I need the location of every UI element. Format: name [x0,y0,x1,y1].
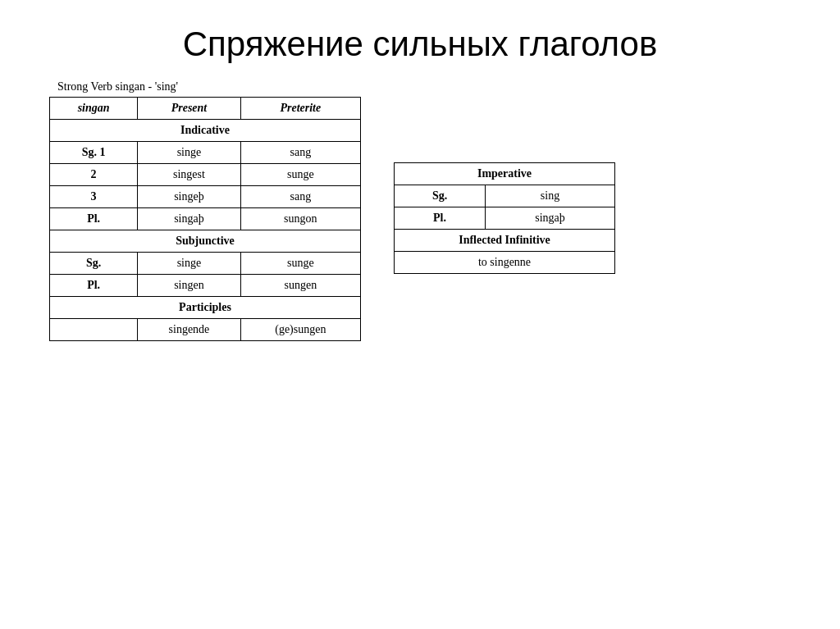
imperative-table: Imperative Sg. sing Pl. singaþ Inflected… [394,162,615,274]
sg-subj-present: singe [138,253,240,275]
imperative-header: Imperative [395,163,615,185]
table-row: to singenne [395,252,615,274]
table-row: Pl. singaþ sungon [50,208,361,230]
left-section: Strong Verb singan - 'sing' singan Prese… [49,80,361,341]
sg2-preterite: sunge [240,164,360,186]
pl-ind-preterite: sungon [240,208,360,230]
imp-sg-value: sing [486,185,615,207]
sg2-present: singest [138,164,240,186]
page-title: Спряжение сильных глаголов [183,25,657,64]
table-row: 2 singest sunge [50,164,361,186]
table-row: Sg. sing [395,185,615,207]
pl-subj-present: singen [138,275,240,297]
table-row: singende (ge)sungen [50,319,361,341]
col-present: Present [138,98,240,120]
sg-subj-label: Sg. [50,253,138,275]
imp-pl-label: Pl. [395,207,486,230]
pl-subj-label: Pl. [50,275,138,297]
table-row: Pl. singaþ [395,207,615,230]
participles-empty [50,319,138,341]
participles-present: singende [138,319,240,341]
participles-label: Participles [50,297,361,319]
sg1-label: Sg. 1 [50,142,138,164]
infinitive-header: Inflected Infinitive [395,230,615,252]
table-row: Sg. singe sunge [50,253,361,275]
main-table: singan Present Preterite Indicative Sg. … [49,97,361,341]
pl-subj-preterite: sungen [240,275,360,297]
subtitle: Strong Verb singan - 'sing' [57,80,361,93]
indicative-label: Indicative [50,120,361,142]
subjunctive-label: Subjunctive [50,230,361,253]
infinitive-label: Inflected Infinitive [395,230,615,252]
imp-sg-label: Sg. [395,185,486,207]
table-row: 3 singeþ sang [50,186,361,208]
right-section: Imperative Sg. sing Pl. singaþ Inflected… [394,162,615,274]
table-row: Pl. singen sungen [50,275,361,297]
sg3-label: 3 [50,186,138,208]
indicative-header: Indicative [50,120,361,142]
sg1-preterite: sang [240,142,360,164]
infinitive-value: to singenne [395,252,615,274]
main-table-header: singan Present Preterite [50,98,361,120]
subjunctive-header: Subjunctive [50,230,361,253]
imp-pl-value: singaþ [486,207,615,230]
pl-ind-label: Pl. [50,208,138,230]
sg-subj-preterite: sunge [240,253,360,275]
sg2-label: 2 [50,164,138,186]
imperative-label: Imperative [395,163,615,185]
pl-ind-present: singaþ [138,208,240,230]
sg3-preterite: sang [240,186,360,208]
tables-row: Strong Verb singan - 'sing' singan Prese… [49,80,791,341]
col-singan: singan [50,98,138,120]
participles-header: Participles [50,297,361,319]
sg3-present: singeþ [138,186,240,208]
sg1-present: singe [138,142,240,164]
table-row: Sg. 1 singe sang [50,142,361,164]
col-preterite: Preterite [240,98,360,120]
participles-preterite: (ge)sungen [240,319,360,341]
